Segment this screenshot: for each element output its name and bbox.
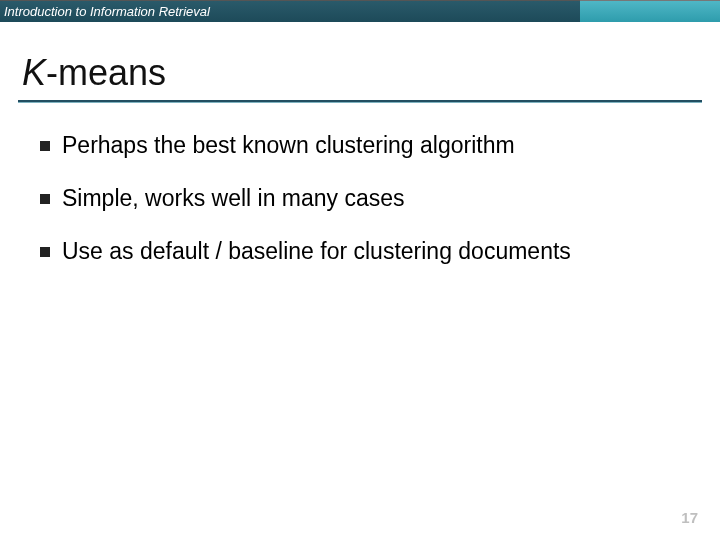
- list-item: Simple, works well in many cases: [40, 184, 692, 213]
- bullet-icon: [40, 247, 50, 257]
- bullet-icon: [40, 141, 50, 151]
- bullet-icon: [40, 194, 50, 204]
- page-number: 17: [681, 509, 698, 526]
- slide: Introduction to Information Retrieval K-…: [0, 0, 720, 540]
- title-area: K-means: [0, 22, 720, 94]
- bullet-text: Perhaps the best known clustering algori…: [62, 131, 515, 160]
- title-k: K: [22, 52, 46, 93]
- slide-title: K-means: [22, 52, 720, 94]
- header-accent: [580, 0, 720, 22]
- title-rest: -means: [46, 52, 166, 93]
- list-item: Use as default / baseline for clustering…: [40, 237, 692, 266]
- bullet-text: Simple, works well in many cases: [62, 184, 405, 213]
- bullet-list: Perhaps the best known clustering algori…: [0, 103, 720, 265]
- course-title: Introduction to Information Retrieval: [0, 0, 580, 22]
- header-bar: Introduction to Information Retrieval: [0, 0, 720, 22]
- bullet-text: Use as default / baseline for clustering…: [62, 237, 571, 266]
- list-item: Perhaps the best known clustering algori…: [40, 131, 692, 160]
